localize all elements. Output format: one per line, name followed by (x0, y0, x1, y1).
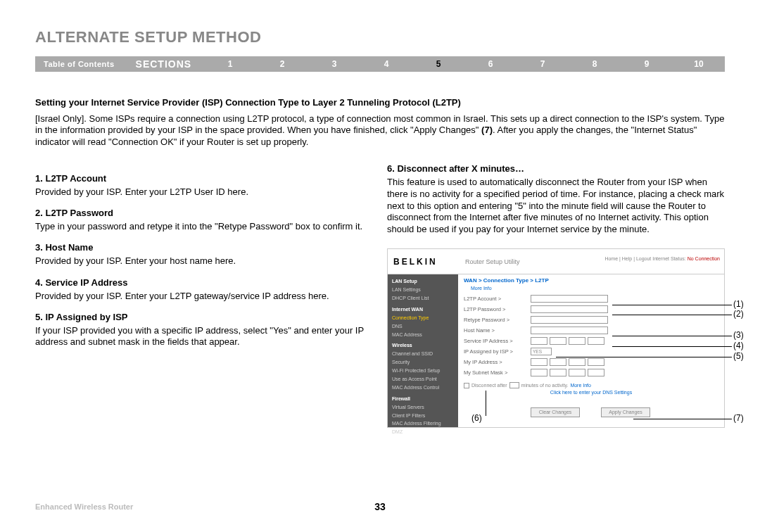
item-5-head: 5. IP Assigned by ISP (35, 312, 366, 322)
sidebar-internet-wan[interactable]: Internet WAN (392, 305, 454, 314)
sidebar-mac-address[interactable]: MAC Address (392, 331, 454, 339)
service-ip-label: Service IP Address > (464, 338, 531, 344)
disconnect-more-info[interactable]: More Info (570, 383, 591, 388)
subnet-3[interactable] (569, 369, 585, 376)
sidebar-access-point[interactable]: Use as Access Point (392, 375, 454, 384)
sections-label: SECTIONS (123, 58, 205, 70)
clear-changes-button[interactable]: Clear Changes (531, 407, 580, 417)
host-name-label: Host Name > (464, 327, 531, 334)
section-2[interactable]: 2 (256, 59, 308, 69)
subnet-4[interactable] (588, 369, 604, 376)
sidebar-mac-filtering[interactable]: MAC Address Filtering (392, 419, 454, 428)
intro-body: [Israel Only]. Some ISPs require a conne… (35, 113, 725, 148)
callout-1: (1) (733, 299, 744, 309)
my-ip-label: My IP Address > (464, 359, 531, 365)
sidebar-mac-control[interactable]: MAC Address Control (392, 384, 454, 392)
item-1-head: 1. L2TP Account (35, 173, 366, 184)
item-2-body: Type in your password and retype it into… (35, 221, 366, 232)
disconnect-label-a: Disconnect after (471, 383, 507, 388)
l2tp-account-label: L2TP Account > (464, 296, 531, 302)
item-6-head: 6. Disconnect after X minutes… (387, 163, 725, 174)
sidebar-virtual-servers[interactable]: Virtual Servers (392, 403, 454, 412)
sidebar-connection-type[interactable]: Connection Type (392, 314, 454, 322)
section-9[interactable]: 9 (621, 59, 673, 69)
section-8[interactable]: 8 (569, 59, 621, 69)
item-4-body: Provided by your ISP. Enter your L2TP ga… (35, 291, 366, 302)
item-3-body: Provided by your ISP. Enter your host na… (35, 255, 366, 267)
section-7[interactable]: 7 (517, 59, 569, 69)
l2tp-password-label: L2TP Password > (464, 306, 531, 312)
router-utility-label: Router Setup Utility (458, 258, 520, 265)
item-3-head: 3. Host Name (35, 242, 366, 253)
disconnect-row: Disconnect after minutes of no activity.… (464, 382, 718, 388)
sidebar-dns[interactable]: DNS (392, 322, 454, 331)
section-5[interactable]: 5 (412, 59, 464, 69)
page-footer: Enhanced Wireless Router 33 (35, 502, 725, 511)
sidebar-dmz[interactable]: DMZ (392, 428, 454, 436)
my-ip-3[interactable] (569, 358, 585, 366)
router-screenshot: BELKIN Router Setup Utility Home | Help … (387, 248, 725, 428)
ip-assigned-select[interactable]: YES (531, 348, 552, 355)
disconnect-minutes-input[interactable] (509, 382, 519, 388)
service-ip-2[interactable] (550, 337, 566, 345)
sidebar-channel-ssid[interactable]: Channel and SSID (392, 350, 454, 358)
callout-5: (5) (733, 351, 744, 361)
my-ip-1[interactable] (531, 358, 547, 366)
service-ip-1[interactable] (531, 337, 547, 345)
disconnect-checkbox[interactable] (464, 383, 469, 388)
intro-heading: Setting your Internet Service Provider (… (35, 97, 725, 108)
subnet-2[interactable] (550, 369, 566, 376)
section-6[interactable]: 6 (464, 59, 517, 69)
toc-link[interactable]: Table of Contents (35, 60, 123, 68)
callout-3: (3) (733, 330, 744, 340)
ip-assigned-label: IP Assigned by ISP > (464, 348, 531, 355)
sidebar-client-ip-filters[interactable]: Client IP Filters (392, 412, 454, 420)
service-ip-3[interactable] (569, 337, 585, 345)
callout-2: (2) (733, 309, 744, 319)
my-ip-4[interactable] (588, 358, 604, 366)
router-main-panel: WAN > Connection Type > L2TP More Info L… (458, 274, 724, 427)
sidebar-security[interactable]: Security (392, 358, 454, 367)
callout-6: (6) (471, 413, 482, 423)
section-10[interactable]: 10 (673, 59, 725, 69)
dns-settings-link[interactable]: Click here to enter your DNS Settings (464, 390, 718, 395)
my-ip-2[interactable] (550, 358, 566, 366)
subnet-1[interactable] (531, 369, 547, 376)
l2tp-password-input[interactable] (531, 305, 608, 313)
service-ip-4[interactable] (588, 337, 604, 345)
item-5-body: If your ISP provided you with a specific… (35, 325, 366, 348)
footer-page-number: 33 (374, 501, 386, 512)
subnet-mask-label: My Subnet Mask > (464, 369, 531, 376)
retype-password-label: Retype Password > (464, 317, 531, 323)
section-4[interactable]: 4 (360, 59, 412, 69)
section-3[interactable]: 3 (308, 59, 360, 69)
intro-body-bold: (7) (481, 125, 493, 135)
sidebar-firewall[interactable]: Firewall (392, 395, 454, 403)
left-column: 1. L2TP Account Provided by your ISP. En… (35, 163, 366, 428)
router-breadcrumb: WAN > Connection Type > L2TP (464, 277, 718, 284)
internet-status-value: No Connection (688, 256, 720, 261)
belkin-logo: BELKIN (388, 257, 458, 267)
sidebar-wps[interactable]: Wi-Fi Protected Setup (392, 367, 454, 375)
router-sidebar: LAN Setup LAN Settings DHCP Client List … (388, 274, 458, 427)
callout-7: (7) (733, 413, 744, 423)
l2tp-account-input[interactable] (531, 295, 608, 303)
sidebar-dhcp-list[interactable]: DHCP Client List (392, 294, 454, 303)
callout-4: (4) (733, 341, 744, 350)
apply-changes-button[interactable]: Apply Changes (601, 407, 650, 417)
router-top-links: Home | Help | Logout Internet Status: No… (604, 256, 720, 261)
more-info-link[interactable]: More Info (471, 286, 718, 291)
sidebar-wireless[interactable]: Wireless (392, 341, 454, 350)
item-6-body: This feature is used to automatically di… (387, 177, 725, 236)
item-2-head: 2. L2TP Password (35, 208, 366, 218)
item-1-body: Provided by your ISP. Enter your L2TP Us… (35, 186, 366, 198)
page-title: ALTERNATE SETUP METHOD (35, 28, 725, 46)
footer-product: Enhanced Wireless Router (35, 502, 133, 511)
sidebar-lan-setup[interactable]: LAN Setup (392, 277, 454, 286)
item-4-head: 4. Service IP Address (35, 277, 366, 288)
host-name-input[interactable] (531, 327, 608, 334)
section-1[interactable]: 1 (204, 59, 256, 69)
sidebar-lan-settings[interactable]: LAN Settings (392, 286, 454, 294)
disconnect-label-b: minutes of no activity. (521, 383, 569, 388)
retype-password-input[interactable] (531, 316, 608, 324)
